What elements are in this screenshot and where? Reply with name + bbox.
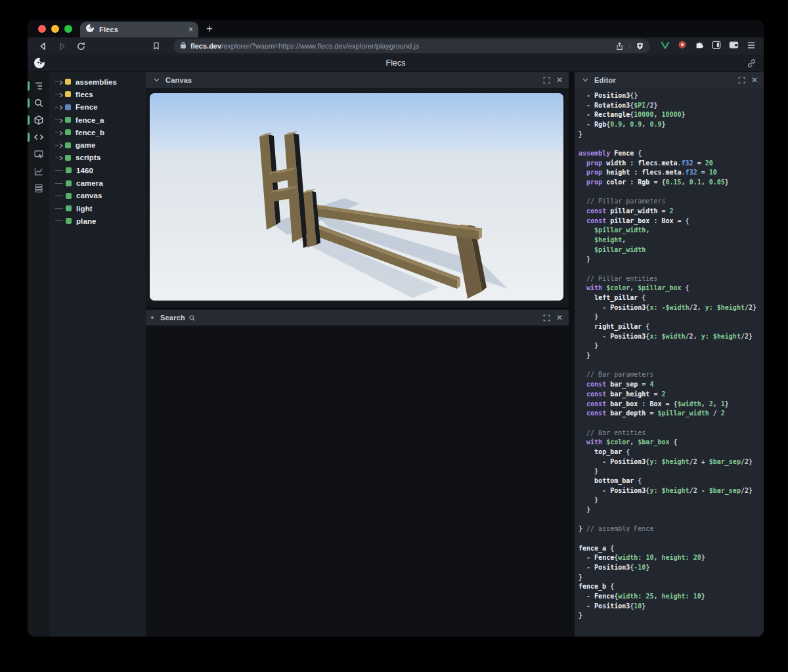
center-column: Canvas ✕ <box>146 72 569 637</box>
code-line: - Position3{10} <box>579 602 762 612</box>
code-line: const pillar_box : Box = { <box>579 217 762 226</box>
code-line: prop width : flecs.meta.f32 = 20 <box>579 159 762 169</box>
code-line: } <box>579 255 762 264</box>
entities-icon[interactable] <box>28 112 49 129</box>
reload-icon[interactable] <box>75 40 87 52</box>
bookmark-icon[interactable] <box>150 40 162 52</box>
entity-kind-square <box>65 79 71 85</box>
extension-icons <box>661 40 756 52</box>
code-line: } <box>579 341 762 351</box>
zoom-window-button[interactable] <box>64 25 72 33</box>
code-icon[interactable] <box>28 129 49 146</box>
code-line: // Bar parameters <box>579 370 762 380</box>
outliner-icon[interactable] <box>28 77 49 94</box>
canvas-panel-header: Canvas ✕ <box>146 72 569 88</box>
tree-item[interactable]: light <box>49 202 146 215</box>
collapsed-dot-icon[interactable] <box>151 316 154 319</box>
code-editor[interactable]: - Position3{} - Rotation3{$PI/2} - Recta… <box>575 88 764 637</box>
code-line <box>579 419 762 429</box>
tree-item[interactable]: 1460 <box>49 164 146 177</box>
chevron-right-icon[interactable] <box>59 139 63 151</box>
tree-item[interactable]: camera <box>49 177 146 189</box>
fullscreen-icon[interactable] <box>737 75 747 85</box>
code-line: - Fence{width: 25, height: 10} <box>579 592 762 602</box>
search-icon[interactable] <box>28 94 49 112</box>
browser-tab-flecs[interactable]: Flecs × <box>80 22 198 37</box>
tree-item[interactable]: game <box>49 138 146 151</box>
share-icon[interactable] <box>614 41 624 51</box>
vue-devtools-icon[interactable] <box>661 40 670 52</box>
code-line: const bar_box : Box = {$width, 2, 1} <box>579 400 762 410</box>
chevron-down-icon[interactable] <box>580 75 590 85</box>
minimize-window-button[interactable] <box>51 25 59 33</box>
tree-connector <box>55 196 63 196</box>
search-body[interactable] <box>146 326 569 637</box>
chevron-right-icon[interactable] <box>59 89 63 100</box>
tree-connector <box>55 94 58 94</box>
code-line: assembly Fence { <box>579 149 762 159</box>
url-bar[interactable]: flecs.dev/explorer/?wasm=https://www.fle… <box>173 39 650 53</box>
tab-close-icon[interactable]: × <box>188 26 193 33</box>
tree-item[interactable]: assemblies <box>49 75 146 88</box>
fullscreen-icon[interactable] <box>542 75 552 85</box>
chevron-right-icon[interactable] <box>59 101 63 113</box>
editor-panel-header: Editor ✕ <box>575 72 764 88</box>
tree-item-label: plane <box>76 217 97 225</box>
wallet-icon[interactable] <box>729 40 739 52</box>
tree-item[interactable]: fence_a <box>49 114 146 126</box>
tab-title: Flecs <box>99 26 184 33</box>
close-panel-icon[interactable]: ✕ <box>556 76 563 84</box>
tree-item[interactable]: canvas <box>49 190 146 202</box>
code-line: // Bar entities <box>579 429 762 438</box>
sky <box>150 93 563 154</box>
code-line: right_pillar { <box>579 322 762 332</box>
chevron-down-icon[interactable] <box>151 75 162 85</box>
share-link-icon[interactable] <box>747 58 756 71</box>
red-extension-icon[interactable] <box>678 40 687 52</box>
tree-item-label: camera <box>76 179 103 187</box>
tree-connector <box>55 183 63 184</box>
brave-shield-icon[interactable] <box>634 41 645 51</box>
chevron-right-icon[interactable] <box>59 127 63 138</box>
search-panel-header: Search ✕ <box>146 310 569 326</box>
code-line: } // assembly Fence <box>579 524 762 534</box>
code-line: const bar_depth = $pillar_width / 2 <box>579 409 762 419</box>
code-line: left_pillar { <box>579 293 762 303</box>
canvas-panel: Canvas ✕ <box>146 72 569 307</box>
tree-item[interactable]: Fence <box>49 101 146 114</box>
tree-item[interactable]: plane <box>49 215 146 227</box>
close-panel-icon[interactable]: ✕ <box>556 314 563 322</box>
3d-viewport[interactable] <box>150 93 563 301</box>
tree-item-label: fence_a <box>76 116 104 124</box>
code-line: $pillar_width <box>579 245 762 255</box>
sidebar-panel-icon[interactable] <box>712 40 721 52</box>
tree-item[interactable]: scripts <box>49 152 146 164</box>
chevron-right-icon[interactable] <box>59 152 63 163</box>
close-panel-icon[interactable]: ✕ <box>751 76 758 84</box>
tree-connector <box>55 158 58 158</box>
code-line: fence_a { <box>579 544 762 554</box>
inspect-icon[interactable] <box>28 146 49 163</box>
tree-item[interactable]: fence_b <box>49 126 146 138</box>
tree-item[interactable]: flecs <box>49 88 146 100</box>
fullscreen-icon[interactable] <box>542 312 552 323</box>
search-panel-title: Search <box>160 314 185 322</box>
chevron-right-icon[interactable] <box>59 114 63 126</box>
entity-kind-square <box>66 218 72 224</box>
stats-icon[interactable] <box>28 163 49 180</box>
browser-menu-icon[interactable] <box>747 40 756 52</box>
code-line <box>579 515 762 525</box>
close-window-button[interactable] <box>38 25 46 33</box>
tree-item-label: Fence <box>76 103 98 111</box>
entity-kind-square <box>65 104 71 110</box>
chevron-right-icon[interactable] <box>59 76 63 88</box>
app-content: assemblies flecs Fence <box>28 72 764 637</box>
window-controls <box>28 20 80 37</box>
back-icon[interactable] <box>37 40 49 52</box>
forward-icon[interactable] <box>56 40 68 52</box>
code-line: fence_b { <box>579 582 762 592</box>
data-icon[interactable] <box>28 180 49 197</box>
entity-kind-square <box>65 155 71 161</box>
extensions-puzzle-icon[interactable] <box>695 40 704 52</box>
new-tab-button[interactable]: + <box>206 22 213 35</box>
